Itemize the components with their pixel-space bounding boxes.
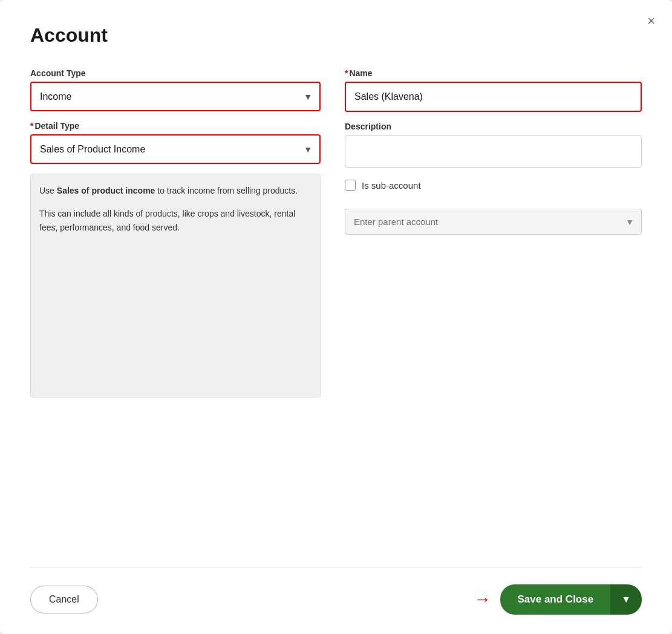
save-close-arrow-icon: → [474,590,491,609]
parent-account-arrow-icon[interactable]: ▼ [618,217,641,227]
detail-type-select[interactable]: Sales of Product Income Service/Fee Inco… [31,136,319,163]
name-required-star: * [345,68,348,78]
account-type-select-wrapper: Income Expense Asset Liability Equity ▼ [30,82,321,111]
close-button[interactable]: × [645,12,657,30]
name-input[interactable] [345,82,642,112]
parent-account-input[interactable] [345,209,618,234]
parent-account-wrapper: ▼ [345,209,642,235]
modal-title: Account [30,24,642,47]
right-column: *Name Description Is sub-account [345,68,642,567]
account-type-field: Account Type Income Expense Asset Liabil… [30,68,321,111]
account-type-select[interactable]: Income Expense Asset Liability Equity [31,83,319,110]
info-text-paragraph-1: Use Sales of product income to track inc… [39,184,312,197]
left-column: Account Type Income Expense Asset Liabil… [30,68,321,567]
footer: Cancel → Save and Close ▼ [30,567,642,634]
description-label: Description [345,122,642,131]
cols-wrapper: Account Type Income Expense Asset Liabil… [30,68,642,567]
cancel-button[interactable]: Cancel [30,586,98,613]
sub-account-label: Is sub-account [362,180,421,191]
name-field: *Name [345,68,642,112]
footer-right: → Save and Close ▼ [474,584,642,615]
info-bold-text: Sales of product income [57,186,155,195]
description-input[interactable] [345,135,642,168]
save-close-wrapper: Save and Close ▼ [500,584,642,615]
form-body: Account Type Income Expense Asset Liabil… [30,68,642,567]
detail-type-field: *Detail Type Sales of Product Income Ser… [30,121,321,164]
name-label: *Name [345,68,642,78]
detail-type-required-star: * [30,121,33,131]
info-box: Use Sales of product income to track inc… [30,174,321,397]
sub-account-row: Is sub-account [345,180,642,191]
account-modal: × Account Account Type Income Expense As… [0,0,672,634]
info-text-paragraph-2: This can include all kinds of products, … [39,207,312,234]
detail-type-select-wrapper: Sales of Product Income Service/Fee Inco… [30,134,321,164]
description-field: Description [345,122,642,170]
account-type-label: Account Type [30,68,321,78]
sub-account-checkbox[interactable] [345,180,356,191]
detail-type-label: *Detail Type [30,121,321,131]
save-close-button[interactable]: Save and Close [500,584,610,615]
save-close-dropdown-button[interactable]: ▼ [610,584,642,615]
